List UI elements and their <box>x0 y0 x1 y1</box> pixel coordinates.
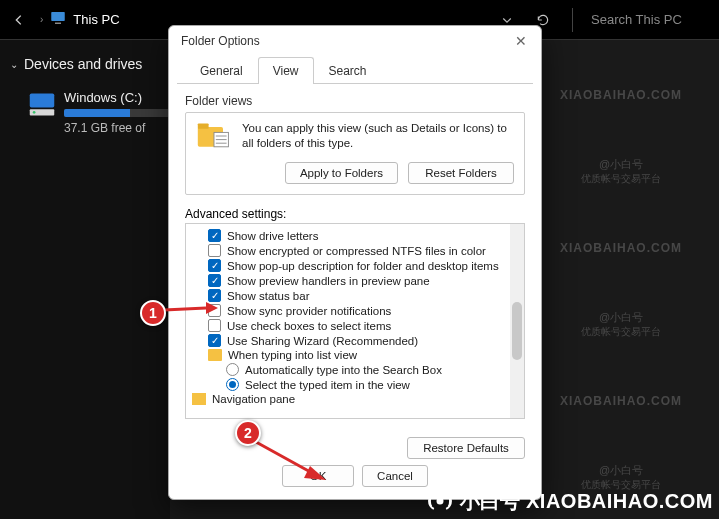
drive-usage-bar <box>64 109 174 117</box>
advanced-setting-row[interactable]: Use check boxes to select items <box>190 318 520 333</box>
checkbox-icon[interactable] <box>208 244 221 257</box>
checkbox-icon[interactable]: ✓ <box>208 229 221 242</box>
setting-label: Navigation pane <box>212 393 295 405</box>
setting-label: Show pop-up description for folder and d… <box>227 260 499 272</box>
svg-marker-14 <box>304 466 326 480</box>
dialog-titlebar[interactable]: Folder Options ✕ <box>169 26 541 56</box>
svg-point-4 <box>33 111 36 114</box>
divider <box>572 8 573 32</box>
checkbox-icon[interactable]: ✓ <box>208 259 221 272</box>
svg-rect-1 <box>55 23 61 25</box>
svg-point-15 <box>437 498 444 505</box>
watermark-banner-cn: 小白号 <box>460 488 520 515</box>
advanced-setting-row[interactable]: ✓Use Sharing Wizard (Recommended) <box>190 333 520 348</box>
setting-label: Use check boxes to select items <box>227 320 391 332</box>
setting-label: Show drive letters <box>227 230 318 242</box>
svg-rect-0 <box>52 12 66 21</box>
setting-label: Automatically type into the Search Box <box>245 364 442 376</box>
explorer-leftpane: ⌄ Devices and drives Windows (C:) 37.1 G… <box>0 40 170 519</box>
advanced-setting-row[interactable]: Show encrypted or compressed NTFS files … <box>190 243 520 258</box>
chevron-right-icon: › <box>40 14 43 25</box>
advanced-setting-row[interactable]: ✓Show status bar <box>190 288 520 303</box>
svg-rect-2 <box>30 94 55 108</box>
svg-line-13 <box>256 442 314 474</box>
watermark-cell: @小白号优质帐号交易平台 <box>560 157 682 186</box>
setting-label: Use Sharing Wizard (Recommended) <box>227 335 418 347</box>
search-input[interactable]: Search This PC <box>591 12 711 27</box>
advanced-setting-row[interactable]: Show sync provider notifications <box>190 303 520 318</box>
radio-icon[interactable] <box>226 378 239 391</box>
watermark-cell: XIAOBAIHAO.COM <box>560 394 682 408</box>
annotation-arrow-2 <box>252 438 332 486</box>
setting-label: When typing into list view <box>228 349 357 361</box>
annotation-marker-1: 1 <box>140 300 166 326</box>
annotation-marker-2: 2 <box>235 420 261 446</box>
svg-line-11 <box>164 308 206 310</box>
close-icon[interactable]: ✕ <box>507 29 535 53</box>
drive-item[interactable]: Windows (C:) 37.1 GB free of <box>8 90 162 135</box>
checkbox-icon[interactable]: ✓ <box>208 274 221 287</box>
breadcrumb-location: This PC <box>73 12 119 27</box>
advanced-setting-row[interactable]: Automatically type into the Search Box <box>190 362 520 377</box>
folder-icon <box>208 349 222 361</box>
advanced-setting-row[interactable]: ✓Show preview handlers in preview pane <box>190 273 520 288</box>
tab-general[interactable]: General <box>185 57 258 84</box>
advanced-setting-row: Navigation pane <box>190 392 520 406</box>
setting-label: Show status bar <box>227 290 309 302</box>
watermark-cell: XIAOBAIHAO.COM <box>560 88 682 102</box>
folder-options-dialog: Folder Options ✕ General View Search Fol… <box>168 25 542 500</box>
watermark-cell: XIAOBAIHAO.COM <box>560 241 682 255</box>
advanced-setting-row[interactable]: Select the typed item in the view <box>190 377 520 392</box>
svg-rect-6 <box>198 123 209 128</box>
section-label: Devices and drives <box>24 56 142 72</box>
watermark-logo-icon <box>426 487 454 515</box>
chevron-down-icon: ⌄ <box>10 59 18 70</box>
watermark-banner: 小白号 XIAOBAIHAO.COM <box>426 487 713 515</box>
folder-views-group: You can apply this view (such as Details… <box>185 112 525 195</box>
apply-to-folders-button[interactable]: Apply to Folders <box>285 162 398 184</box>
advanced-setting-row[interactable]: ✓Show drive letters <box>190 228 520 243</box>
watermark-cell: @小白号优质帐号交易平台 <box>560 310 682 339</box>
pc-icon <box>49 9 67 30</box>
setting-label: Show encrypted or compressed NTFS files … <box>227 245 486 257</box>
checkbox-icon[interactable]: ✓ <box>208 334 221 347</box>
radio-icon[interactable] <box>226 363 239 376</box>
navigation-pane-icon <box>192 393 206 405</box>
setting-label: Show preview handlers in preview pane <box>227 275 430 287</box>
restore-defaults-button[interactable]: Restore Defaults <box>407 437 525 459</box>
watermark-banner-url: XIAOBAIHAO.COM <box>526 490 713 513</box>
setting-label: Select the typed item in the view <box>245 379 410 391</box>
drive-subtext: 37.1 GB free of <box>64 121 174 135</box>
dialog-title: Folder Options <box>181 34 507 48</box>
cancel-button[interactable]: Cancel <box>362 465 428 487</box>
folder-views-heading: Folder views <box>185 94 525 108</box>
drive-icon <box>28 90 56 135</box>
nav-back-icon[interactable] <box>8 9 30 31</box>
advanced-settings-list: ✓Show drive lettersShow encrypted or com… <box>185 223 525 419</box>
advanced-setting-row: When typing into list view <box>190 348 520 362</box>
annotation-arrow-1 <box>162 300 218 320</box>
checkbox-icon[interactable] <box>208 319 221 332</box>
dialog-tabs: General View Search <box>177 56 533 84</box>
tab-view[interactable]: View <box>258 57 314 84</box>
tab-search[interactable]: Search <box>314 57 382 84</box>
folder-views-text: You can apply this view (such as Details… <box>242 121 514 151</box>
drive-name: Windows (C:) <box>64 90 174 105</box>
setting-label: Show sync provider notifications <box>227 305 391 317</box>
advanced-setting-row[interactable]: ✓Show pop-up description for folder and … <box>190 258 520 273</box>
section-devices-drives[interactable]: ⌄ Devices and drives <box>8 52 162 76</box>
scrollbar[interactable] <box>510 224 524 418</box>
svg-marker-12 <box>206 302 218 314</box>
reset-folders-button[interactable]: Reset Folders <box>408 162 514 184</box>
advanced-settings-heading: Advanced settings: <box>185 207 525 221</box>
folder-views-icon <box>196 121 232 154</box>
